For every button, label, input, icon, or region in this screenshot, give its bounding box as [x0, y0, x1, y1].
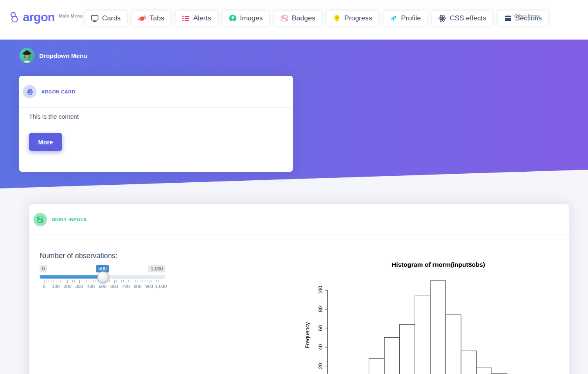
- slider-grid-tick: [82, 280, 82, 282]
- nav-item-css-effects[interactable]: CSS effects: [432, 11, 492, 26]
- slider-grid-tick: [109, 280, 110, 282]
- slider-grid-tick: [77, 280, 77, 282]
- slider-grid-tick: [126, 280, 126, 283]
- user-dropdown-trigger[interactable]: Dropdown Menu: [20, 48, 87, 63]
- slider-filled-bar: [40, 275, 102, 279]
- nav-item-profile[interactable]: Profile: [383, 11, 427, 26]
- nav-item-alerts[interactable]: Alerts: [176, 11, 217, 26]
- slider-grid-tick: [142, 280, 143, 282]
- slider-grid-tick: [60, 280, 61, 282]
- slider-grid-tick: [123, 280, 124, 282]
- slider-grid-tick: [161, 280, 161, 283]
- slider-max-label: 1,000: [148, 265, 165, 272]
- observations-slider[interactable]: 0 1,000 500 0100200300400500600700800900…: [40, 263, 165, 289]
- nav-item-progress[interactable]: Progress: [327, 11, 378, 26]
- argon-card-content: This is the content: [29, 113, 79, 120]
- slider-grid-tick: [151, 280, 152, 282]
- nav-item-label: Profile: [401, 14, 421, 22]
- histogram-bar: [430, 281, 446, 374]
- toggles-icon: [281, 14, 289, 22]
- histogram-bar: [415, 296, 430, 374]
- histogram-plot: Histogram of rnorm(input$obs)Frequency20…: [298, 257, 584, 374]
- slider-grid-tick: [131, 280, 131, 282]
- user-avatar[interactable]: [20, 48, 34, 63]
- shiny-card-icon-circle: [33, 213, 47, 226]
- chart-y-tick-label: 80: [317, 306, 323, 312]
- slider-grid-label: 700: [122, 284, 130, 289]
- slider-grid-tick: [44, 280, 45, 283]
- chart-y-tick-label: 60: [317, 325, 323, 331]
- more-button[interactable]: More: [29, 133, 62, 151]
- other-items-label: Other Items: [514, 13, 540, 18]
- brand-logo[interactable]: argon: [9, 11, 55, 23]
- slider-grid-tick: [72, 280, 73, 282]
- slider-grid-tick: [154, 280, 154, 282]
- slider-grid-tick: [70, 280, 70, 282]
- rocket-icon: [390, 14, 398, 22]
- slider-grid-tick: [79, 280, 80, 283]
- histogram-bar: [384, 338, 400, 374]
- user-circle-icon: [229, 14, 237, 22]
- slider-grid-tick: [89, 280, 89, 282]
- argon-card-header: ARGON CARD: [19, 76, 293, 108]
- slider-handle[interactable]: [97, 271, 109, 283]
- slider-grid-label: 1,000: [155, 284, 167, 289]
- nav-item-images[interactable]: Images: [223, 11, 269, 26]
- slider-grid-tick: [58, 280, 58, 282]
- slider-grid-tick: [149, 280, 149, 283]
- chart-y-tick-label: 20: [317, 363, 323, 369]
- slider-grid-tick: [49, 280, 49, 282]
- slider-min-label: 0: [40, 265, 47, 272]
- slider-grid-tick: [53, 280, 54, 282]
- slider-grid-tick: [93, 280, 94, 282]
- chart-y-tick-label: 100: [317, 286, 323, 295]
- dropdown-menu-label: Dropdown Menu: [39, 52, 87, 59]
- nav-item-cards[interactable]: Cards: [85, 11, 127, 26]
- chart-ylabel: Frequency: [304, 322, 310, 348]
- nav-item-tabs[interactable]: Tabs: [132, 11, 170, 26]
- slider-grid-label: 300: [75, 284, 83, 289]
- atom-icon: [26, 88, 33, 95]
- histogram-bar: [477, 368, 492, 374]
- slider-grid-tick: [135, 280, 136, 282]
- slider-grid-tick: [128, 280, 129, 282]
- slider-grid-tick: [47, 280, 47, 282]
- histogram-bar: [369, 359, 385, 374]
- card-section-icon: [504, 14, 512, 22]
- brand-wordmark: argon: [23, 11, 55, 23]
- slider-grid-tick: [121, 280, 122, 282]
- histogram-bar: [400, 324, 415, 374]
- slider-grid-tick: [145, 280, 145, 282]
- nav-item-label: Cards: [102, 14, 120, 22]
- slider-grid-tick: [119, 280, 119, 282]
- slider-grid-tick: [140, 280, 140, 282]
- shiny-card-title: SHINY INPUTS: [52, 217, 87, 222]
- slider-grid-label: 200: [64, 284, 71, 289]
- nav-item-label: CSS effects: [450, 14, 486, 22]
- slider-label: Number of observations:: [40, 252, 118, 260]
- slider-grid-label: 500: [98, 284, 106, 289]
- slider-grid-label: 900: [145, 284, 153, 289]
- slider-grid-label: 100: [52, 284, 60, 289]
- page: argon Main Menu Cards Tabs: [0, 0, 588, 374]
- argon-card-icon-circle: [23, 85, 36, 98]
- nav-item-label: Tabs: [149, 14, 164, 22]
- slider-grid-tick: [91, 280, 91, 283]
- slider-grid-tick: [147, 280, 147, 282]
- histogram-bar: [461, 351, 477, 374]
- slider-grid-tick: [114, 280, 115, 283]
- argon-card: ARGON CARD This is the content More: [19, 76, 293, 172]
- slider-grid-label: 400: [87, 284, 95, 289]
- slider-grid-tick: [133, 280, 133, 282]
- shiny-card-header: SHINY INPUTS: [29, 204, 569, 235]
- toggles-icon: [36, 216, 44, 224]
- map-pin-icon: [333, 14, 341, 22]
- slider-grid-tick: [84, 280, 84, 282]
- slider-grid-label: 0: [43, 284, 45, 289]
- slider-grid-tick: [74, 280, 75, 282]
- slider-grid-tick: [96, 280, 96, 282]
- slider-grid-tick: [51, 280, 51, 282]
- slider-grid-label: 800: [134, 284, 141, 289]
- chart-title: Histogram of rnorm(input$obs): [392, 261, 485, 268]
- nav-item-badges[interactable]: Badges: [274, 11, 322, 26]
